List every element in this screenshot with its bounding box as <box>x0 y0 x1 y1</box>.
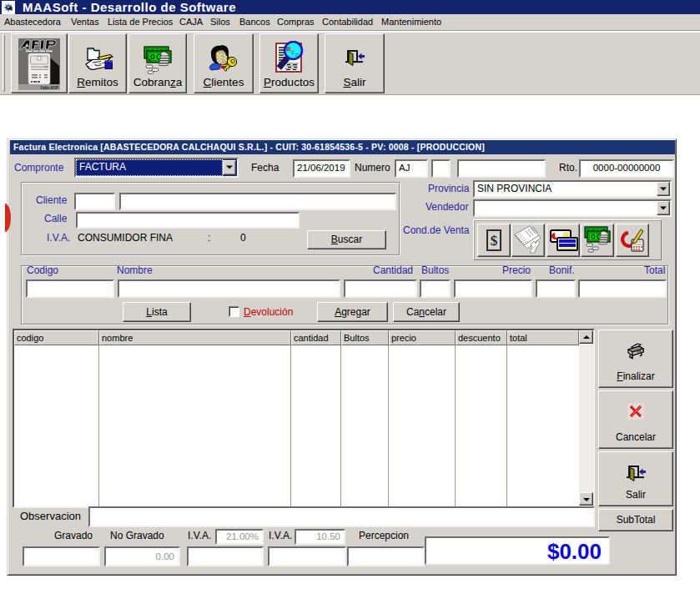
svg-text:MASTER: MASTER <box>560 244 577 248</box>
svg-text:c: c <box>295 51 299 58</box>
svg-text:Felix AFIP: Felix AFIP <box>40 86 59 90</box>
svg-text:c: c <box>291 48 295 56</box>
svg-text:$: $ <box>491 233 498 249</box>
